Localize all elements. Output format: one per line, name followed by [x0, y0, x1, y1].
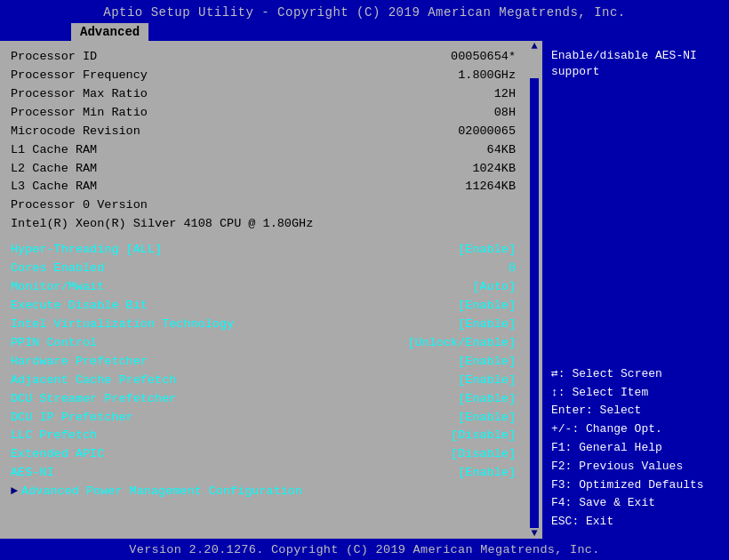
monitor-mwait-row[interactable]: Monitor/Mwait [Auto]: [11, 278, 516, 297]
aes-ni-row[interactable]: AES-NI [Enable]: [11, 464, 516, 483]
execute-disable-bit-row[interactable]: Execute Disable Bit [Enable]: [11, 297, 516, 316]
dcu-ip-row[interactable]: DCU IP Prefetcher [Enable]: [11, 409, 516, 428]
processor-min-ratio-row: Processor Min Ratio 08H: [11, 104, 516, 123]
cores-enabled-value: 0: [509, 260, 516, 278]
tab-advanced[interactable]: Advanced: [71, 23, 148, 41]
aes-ni-label: AES-NI: [11, 464, 54, 483]
key-esc-exit: ESC: Exit: [551, 513, 720, 532]
key-general-help: F1: General Help: [551, 439, 720, 458]
hyper-threading-label: Hyper-Threading [ALL]: [11, 241, 162, 260]
dcu-streamer-label: DCU Streamer Prefetcher: [11, 390, 176, 409]
execute-disable-bit-label: Execute Disable Bit: [11, 297, 148, 316]
submenu-arrow-icon: ►: [11, 483, 18, 501]
key-change-opt: +/-: Change Opt.: [551, 420, 720, 439]
intel-virt-value: [Enable]: [458, 316, 516, 334]
llc-prefetch-value: [Disable]: [451, 427, 516, 445]
monitor-mwait-value: [Auto]: [472, 278, 516, 297]
l2-cache-label: L2 Cache RAM: [11, 160, 97, 179]
left-panel: Processor ID 00050654* Processor Frequen…: [0, 41, 526, 539]
processor-max-ratio-row: Processor Max Ratio 12H: [11, 85, 516, 104]
l3-cache-row: L3 Cache RAM 11264KB: [11, 178, 516, 196]
ppin-control-row[interactable]: PPIN Control [Unlock/Enable]: [11, 334, 516, 353]
processor-max-ratio-label: Processor Max Ratio: [11, 85, 148, 104]
title-bar: Aptio Setup Utility - Copyright (C) 2019…: [0, 0, 729, 23]
scrollbar-track: [530, 52, 539, 528]
extended-apic-label: Extended APIC: [11, 445, 104, 464]
scrollbar-divider: ▲ ▼: [526, 41, 542, 539]
key-enter-select: Enter: Select: [551, 402, 720, 420]
dcu-ip-value: [Enable]: [458, 409, 516, 428]
llc-prefetch-row[interactable]: LLC Prefetch [Disable]: [11, 427, 516, 445]
llc-prefetch-label: LLC Prefetch: [11, 427, 97, 445]
hyper-threading-row[interactable]: Hyper-Threading [ALL] [Enable]: [11, 241, 516, 260]
bios-setup-utility: Aptio Setup Utility - Copyright (C) 2019…: [0, 0, 729, 560]
processor-frequency-value: 1.800GHz: [458, 67, 516, 85]
processor-id-value: 00050654*: [451, 48, 516, 67]
bottom-bar-text: Version 2.20.1276. Copyright (C) 2019 Am…: [129, 543, 599, 556]
execute-disable-bit-value: [Enable]: [458, 297, 516, 316]
scrollbar-thumb[interactable]: [530, 52, 539, 78]
l1-cache-label: L1 Cache RAM: [11, 141, 97, 160]
advanced-power-mgmt-label: Advanced Power Management Configuration: [21, 483, 302, 501]
bottom-bar: Version 2.20.1276. Copyright (C) 2019 Am…: [0, 539, 729, 560]
dcu-streamer-row[interactable]: DCU Streamer Prefetcher [Enable]: [11, 390, 516, 409]
key-select-screen: ⇄: Select Screen: [551, 365, 720, 384]
help-text: Enable/disable AES-NI support: [551, 48, 720, 80]
processor-id-row: Processor ID 00050654*: [11, 48, 516, 67]
processor-version-detail-row: Intel(R) Xeon(R) Silver 4108 CPU @ 1.80G…: [11, 215, 516, 234]
microcode-revision-value: 02000065: [458, 123, 516, 141]
microcode-revision-label: Microcode Revision: [11, 123, 140, 141]
processor-id-label: Processor ID: [11, 48, 97, 67]
advanced-power-mgmt-row[interactable]: ► Advanced Power Management Configuratio…: [11, 483, 516, 501]
key-help-section: ⇄: Select Screen ↕: Select Item Enter: S…: [551, 365, 720, 532]
aes-ni-value: [Enable]: [458, 464, 516, 483]
key-select-item: ↕: Select Item: [551, 384, 720, 403]
hardware-prefetcher-value: [Enable]: [458, 353, 516, 372]
extended-apic-value: [Disable]: [451, 445, 516, 464]
dcu-streamer-value: [Enable]: [458, 390, 516, 409]
l2-cache-value: 1024KB: [472, 160, 516, 179]
microcode-revision-row: Microcode Revision 02000065: [11, 123, 516, 141]
scrollbar-up-arrow[interactable]: ▲: [530, 41, 539, 52]
monitor-mwait-label: Monitor/Mwait: [11, 278, 104, 297]
adjacent-cache-prefetch-value: [Enable]: [458, 372, 516, 390]
right-panel: Enable/disable AES-NI support ⇄: Select …: [542, 41, 729, 539]
title-text: Aptio Setup Utility - Copyright (C) 2019…: [103, 5, 626, 20]
tab-bar: Advanced: [0, 23, 729, 41]
processor-frequency-label: Processor Frequency: [11, 67, 148, 85]
hardware-prefetcher-label: Hardware Prefetcher: [11, 353, 148, 372]
l2-cache-row: L2 Cache RAM 1024KB: [11, 160, 516, 179]
processor-0-version-label: Processor 0 Version: [11, 196, 148, 215]
processor-0-version-row: Processor 0 Version: [11, 196, 516, 215]
l1-cache-row: L1 Cache RAM 64KB: [11, 141, 516, 160]
processor-version-detail: Intel(R) Xeon(R) Silver 4108 CPU @ 1.80G…: [11, 217, 313, 230]
processor-max-ratio-value: 12H: [494, 85, 516, 104]
processor-frequency-row: Processor Frequency 1.800GHz: [11, 67, 516, 85]
main-area: Processor ID 00050654* Processor Frequen…: [0, 41, 729, 539]
processor-min-ratio-label: Processor Min Ratio: [11, 104, 148, 123]
ppin-control-value: [Unlock/Enable]: [407, 334, 516, 353]
l1-cache-value: 64KB: [487, 141, 516, 160]
l3-cache-value: 11264KB: [465, 178, 516, 196]
cores-enabled-label: Cores Enabled: [11, 260, 104, 278]
hyper-threading-value: [Enable]: [458, 241, 516, 260]
intel-virt-row[interactable]: Intel Virtualization Technology [Enable]: [11, 316, 516, 334]
ppin-control-label: PPIN Control: [11, 334, 97, 353]
cores-enabled-row[interactable]: Cores Enabled 0: [11, 260, 516, 278]
key-previous-values: F2: Previous Values: [551, 458, 720, 476]
key-optimized-defaults: F3: Optimized Defaults: [551, 476, 720, 495]
key-save-exit: F4: Save & Exit: [551, 494, 720, 513]
scrollbar: ▲ ▼: [530, 41, 539, 539]
extended-apic-row[interactable]: Extended APIC [Disable]: [11, 445, 516, 464]
intel-virt-label: Intel Virtualization Technology: [11, 316, 234, 334]
adjacent-cache-prefetch-label: Adjacent Cache Prefetch: [11, 372, 176, 390]
scrollbar-down-arrow[interactable]: ▼: [530, 528, 539, 539]
dcu-ip-label: DCU IP Prefetcher: [11, 409, 133, 428]
processor-min-ratio-value: 08H: [494, 104, 516, 123]
adjacent-cache-prefetch-row[interactable]: Adjacent Cache Prefetch [Enable]: [11, 372, 516, 390]
l3-cache-label: L3 Cache RAM: [11, 178, 97, 196]
hardware-prefetcher-row[interactable]: Hardware Prefetcher [Enable]: [11, 353, 516, 372]
